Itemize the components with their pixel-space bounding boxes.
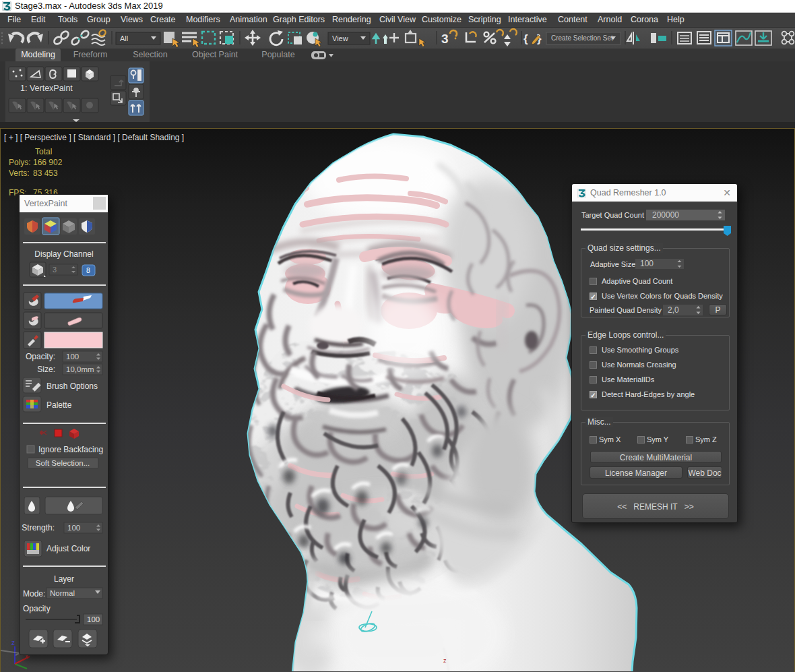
svg-text:100: 100 [66, 353, 79, 361]
svg-text:{: { [523, 32, 528, 45]
svg-text:3: 3 [441, 32, 449, 46]
svg-text:100: 100 [67, 524, 80, 532]
svg-text:1: VertexPaint: 1: VertexPaint [20, 84, 73, 93]
svg-text:Palette: Palette [46, 400, 72, 410]
svg-text:10,0mm: 10,0mm [66, 365, 94, 373]
svg-text:Soft Selection...: Soft Selection... [36, 459, 90, 467]
svg-text:Brush Options: Brush Options [46, 381, 98, 391]
svg-text:Size:: Size: [37, 365, 55, 374]
svg-text:View: View [332, 34, 348, 42]
svg-text:Strength:: Strength: [22, 523, 55, 532]
svg-text:All: All [120, 34, 128, 42]
svg-text:Normal: Normal [50, 589, 75, 597]
svg-text:Mode:: Mode: [23, 589, 45, 599]
svg-text:Opacity:: Opacity: [26, 352, 55, 361]
svg-text:Adjust Color: Adjust Color [46, 544, 90, 553]
svg-text:8: 8 [86, 266, 90, 274]
svg-text:Layer: Layer [54, 574, 74, 584]
svg-text:z: z [443, 657, 447, 664]
svg-text:Ignore Backfacing: Ignore Backfacing [38, 445, 103, 454]
svg-text:Display Channel: Display Channel [34, 249, 93, 259]
svg-text:Create Selection Set: Create Selection Set [551, 34, 613, 42]
svg-text:z: z [11, 639, 15, 646]
svg-text:3: 3 [53, 266, 57, 274]
svg-text:100: 100 [87, 615, 100, 623]
svg-text:Opacity: Opacity [23, 604, 51, 613]
